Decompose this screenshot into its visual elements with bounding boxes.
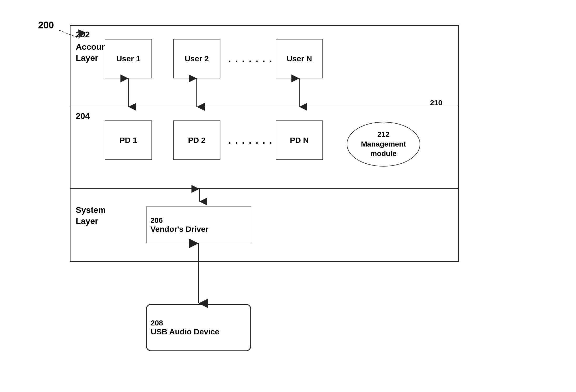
user2-label: User 2 [185,54,209,63]
account-line2: Layer [76,53,98,63]
pd2-box: PD 2 [173,120,220,160]
usb-name: USB Audio Device [151,327,219,336]
system-layer-label: System Layer [76,205,106,227]
vendor-driver-box: 206 Vendor's Driver [146,207,251,243]
user2-box: User 2 [173,39,220,78]
diagram: 200 202 Account Layer User 1 User 2 · · … [38,14,538,378]
vendor-name: Vendor's Driver [150,225,209,234]
pd-layer: 204 PD 1 PD 2 · · · · · · · · PD N 212 M… [70,107,458,189]
mgmt-number: 212 [377,130,390,139]
usb-device-box: 208 USB Audio Device [146,304,251,351]
pd1-box: PD 1 [105,120,152,160]
account-layer-label: Account Layer [76,42,109,63]
label-200: 200 [38,20,54,31]
userN-label: User N [287,54,312,63]
system-layer: System Layer [70,189,458,263]
usb-number: 208 [151,319,163,327]
userN-box: User N [276,39,323,78]
label-202: 202 [76,30,90,39]
vendor-number: 206 [150,216,163,225]
pdN-box: PD N [276,120,323,160]
user1-label: User 1 [116,54,140,63]
system-line2: Layer [76,216,98,226]
mgmt-module: 212 Management module [347,122,420,167]
pd1-label: PD 1 [120,136,137,145]
mgmt-line2: Management [361,139,406,149]
label-210: 210 [430,99,442,107]
pdN-label: PD N [290,136,309,145]
account-layer: 202 Account Layer User 1 User 2 · · · · … [70,26,458,107]
system-line1: System [76,205,106,215]
label-204: 204 [76,111,90,121]
pd2-label: PD 2 [188,136,206,145]
pd-ellipsis: · · · · · · · · [228,138,280,149]
account-line1: Account [76,42,109,52]
mgmt-line3: module [370,149,397,158]
user-ellipsis: · · · · · · · · [228,56,280,67]
user1-box: User 1 [105,39,152,78]
main-box: 202 Account Layer User 1 User 2 · · · · … [70,25,459,262]
